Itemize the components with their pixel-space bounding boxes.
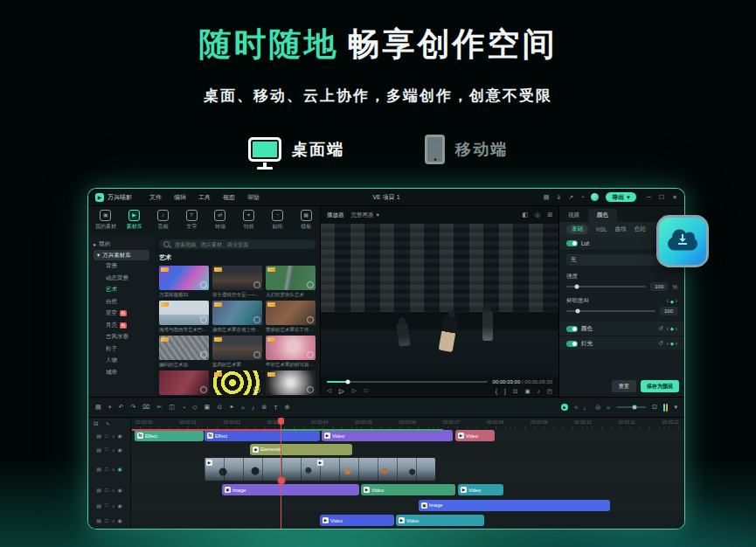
keyframe-icon[interactable]: ◆ xyxy=(670,326,674,331)
sidebar-group-my[interactable]: ▸ 我的 xyxy=(94,239,155,250)
media-item[interactable] xyxy=(266,370,316,397)
tab-video[interactable]: 视频 xyxy=(559,209,588,222)
mark-out-button[interactable]: } xyxy=(504,388,506,395)
media-item[interactable]: 涂鸦艺术家在墙上绘画，特... xyxy=(212,301,262,333)
snap-icon[interactable]: ⌖ xyxy=(108,404,112,411)
mute-icon[interactable]: ◃ xyxy=(112,517,114,523)
keyframe-prev-icon[interactable]: ‹ xyxy=(667,326,669,332)
detach-icon[interactable]: ⊞ xyxy=(547,211,552,218)
media-item[interactable]: 年轻艺术家的特写肖像，女... xyxy=(266,336,316,368)
timeline-clip-elements[interactable]: ◆ Elements xyxy=(250,444,352,455)
lock-icon[interactable]: □ xyxy=(105,433,108,439)
timeline-clip-video[interactable]: ▶ Video xyxy=(458,484,503,495)
media-item[interactable]: 万花筒视频31 xyxy=(159,266,209,298)
workspace-icon[interactable]: ▤ xyxy=(544,194,550,201)
light-toggle[interactable] xyxy=(566,341,578,347)
track-row[interactable] xyxy=(130,442,684,457)
sidebar-item-art[interactable]: 艺术 xyxy=(94,284,155,296)
timeline-zoom-slider[interactable] xyxy=(616,406,646,408)
timeline-clip-effect[interactable]: fx Effect xyxy=(205,430,320,441)
nav-tab-effects[interactable]: ✦ 特效 xyxy=(235,210,263,231)
voiceover-icon[interactable]: ◎ xyxy=(595,404,600,411)
snapshot-button[interactable]: ⊡ xyxy=(513,388,517,395)
import-icon[interactable]: ⇓ xyxy=(556,194,561,201)
sidebar-item-nature[interactable]: 自然 xyxy=(94,296,155,308)
nav-tab-my-media[interactable]: ▣ 我的素材 xyxy=(92,210,120,231)
volume-button[interactable]: ♪ xyxy=(538,388,540,395)
lock-icon[interactable]: □ xyxy=(105,447,108,452)
crop-button[interactable]: ▣ xyxy=(524,388,530,395)
sidebar-item-moon[interactable]: 月亮 热 xyxy=(94,320,155,332)
sidebar-item-starry[interactable]: 星空 热 xyxy=(94,308,155,320)
nav-tab-templates[interactable]: ▦ 模板 xyxy=(292,210,320,231)
media-item[interactable]: 人们欣赏街头艺术 xyxy=(266,266,316,298)
scopes-icon[interactable]: ◧ xyxy=(522,211,528,218)
keyframe-icon[interactable]: ◆ xyxy=(670,341,674,346)
tab-color[interactable]: 颜色 xyxy=(588,209,617,222)
sidebar-group-library[interactable]: ▾ 万兴素材库 xyxy=(94,250,149,260)
visibility-icon[interactable]: ◉ xyxy=(118,487,122,493)
media-item[interactable] xyxy=(159,370,209,397)
tab-desktop[interactable]: 桌面端 xyxy=(248,137,344,162)
timeline-clip-image[interactable]: ▣ Image xyxy=(419,500,610,511)
export-button[interactable]: 导出 ▾ xyxy=(606,192,636,202)
color-toggle[interactable] xyxy=(566,326,578,332)
mixer-icon[interactable]: ≈ xyxy=(607,405,610,411)
audio-stretch-icon[interactable]: ≈ xyxy=(241,405,245,411)
subtab-wheels[interactable]: 色轮 xyxy=(635,225,646,233)
undo-icon[interactable]: ↶ xyxy=(119,404,124,411)
lock-icon[interactable]: □ xyxy=(105,467,108,472)
intensity-slider[interactable] xyxy=(566,286,646,287)
mask-icon[interactable]: ▣ xyxy=(205,404,211,411)
subtab-hsl[interactable]: HSL xyxy=(596,226,607,232)
close-button[interactable]: ✕ xyxy=(672,194,677,201)
seek-bar[interactable] xyxy=(327,381,488,383)
quality-dropdown[interactable]: 完整画质 ▾ xyxy=(351,211,379,219)
visibility-icon[interactable]: ◉ xyxy=(118,466,122,472)
menu-view[interactable]: 视图 xyxy=(223,193,235,202)
track-manage-icon[interactable]: ⊟ xyxy=(94,420,98,427)
timeline-ruler[interactable]: 00:00:00 00:00:01 00:00:02 00:00:03 00:0… xyxy=(130,418,684,429)
crop-icon[interactable]: ◫ xyxy=(169,404,175,411)
maximize-button[interactable]: ☐ xyxy=(659,194,664,201)
mute-icon[interactable]: ◃ xyxy=(112,466,114,472)
timeline-clip-image[interactable]: ▣ Image xyxy=(222,484,359,495)
visibility-icon[interactable]: ◉ xyxy=(118,517,122,523)
nav-tab-transitions[interactable]: ⇄ 转场 xyxy=(206,210,234,231)
keyframe-tool-icon[interactable]: ◇ xyxy=(192,404,197,411)
intensity-value[interactable]: 100 xyxy=(650,282,668,291)
split-icon[interactable]: ✂ xyxy=(156,404,162,411)
caret-small-icon[interactable]: ▾ xyxy=(674,404,677,411)
mark-in-button[interactable]: { xyxy=(496,388,497,395)
vibrance-slider[interactable] xyxy=(566,310,655,312)
share-icon[interactable]: ↗ xyxy=(568,194,573,201)
mic-icon[interactable]: ♩ xyxy=(583,405,589,411)
mute-icon[interactable]: ◃ xyxy=(112,502,114,509)
motion-track-icon[interactable]: ⊚ xyxy=(261,404,267,411)
speed-icon[interactable]: ◔ xyxy=(182,405,185,411)
lock-icon[interactable]: □ xyxy=(105,502,108,508)
menu-tools[interactable]: 工具 xyxy=(198,193,211,202)
reset-icon[interactable]: ↺ xyxy=(658,340,662,347)
playhead[interactable] xyxy=(281,418,281,529)
visibility-icon[interactable]: ◉ xyxy=(118,433,122,439)
media-item[interactable]: 荷兰鹿特丹全景——2017年1... xyxy=(212,266,262,298)
media-item[interactable]: 室内的艺术家 xyxy=(212,336,262,368)
audio-tool-icon[interactable]: ♪ xyxy=(252,405,255,411)
minimize-button[interactable]: ─ xyxy=(647,194,651,201)
compare-icon[interactable]: ◎ xyxy=(535,211,540,218)
media-item[interactable]: 英俊的艺术家在工作室的天... xyxy=(266,301,316,333)
media-item[interactable]: 海湾与墨西哥艺术巴... xyxy=(159,301,209,333)
intensity-knob[interactable] xyxy=(574,285,579,289)
add-marker-icon[interactable]: ⊕ xyxy=(284,404,289,411)
sidebar-item-ink[interactable]: 古风水墨 xyxy=(94,331,155,343)
media-item[interactable]: 编织的艺术品 xyxy=(159,336,209,368)
tab-mobile[interactable]: 移动端 xyxy=(425,135,508,164)
record-voiceover-button[interactable] xyxy=(561,404,568,411)
effects-tool-icon[interactable]: ✦ xyxy=(229,404,234,411)
lut-toggle[interactable] xyxy=(566,240,578,246)
lock-icon[interactable]: □ xyxy=(105,488,108,493)
keyframe-next-icon[interactable]: › xyxy=(676,298,677,304)
text-tool-icon[interactable]: T xyxy=(274,405,277,411)
nav-tab-audio[interactable]: ♪ 音频 xyxy=(149,210,177,231)
